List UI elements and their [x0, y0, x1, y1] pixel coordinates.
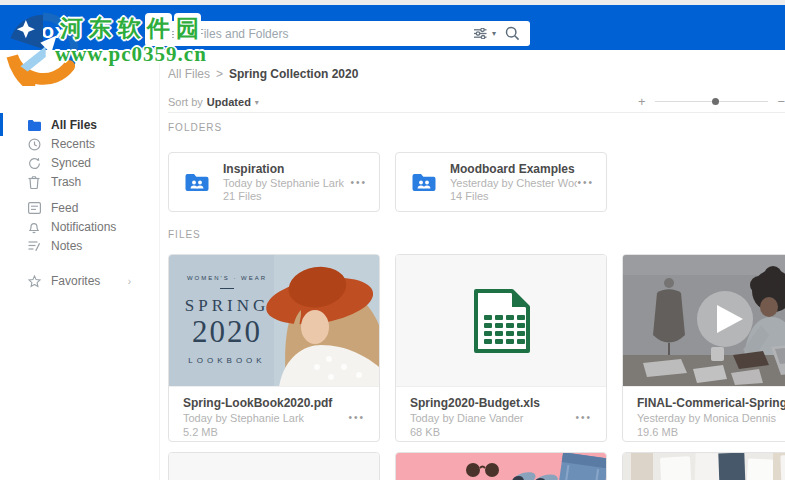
file-card-row2-1[interactable] [168, 452, 380, 480]
breadcrumb: All Files > Spring Collection 2020 [168, 67, 358, 81]
search-bar[interactable]: ▾ [145, 21, 530, 46]
file-size: 19.6 MB [637, 426, 785, 438]
filter-sliders-icon[interactable] [474, 28, 487, 39]
sidebar-item-feed[interactable]: Feed [0, 198, 159, 218]
file-meta: Today by Diane Vander [410, 412, 560, 424]
file-card-row2-2[interactable] [395, 452, 607, 480]
folder-meta: Today by Stephanie Lark [223, 177, 350, 189]
sort-control[interactable]: Sort by Updated ▾ [168, 96, 259, 108]
app-window: box ▾ [0, 0, 785, 480]
chevron-down-icon[interactable]: ▾ [492, 30, 496, 38]
sidebar-item-label: All Files [51, 118, 97, 132]
file-size: 68 KB [410, 426, 592, 438]
file-name: Spring2020-Budget.xls [410, 396, 592, 410]
trash-icon [27, 175, 41, 189]
sync-icon [27, 156, 41, 170]
sidebar-item-recents[interactable]: Recents [0, 134, 159, 154]
file-size: 5.2 MB [183, 426, 365, 438]
feed-icon [27, 201, 41, 215]
sidebar-item-label: Synced [51, 156, 91, 170]
folders-section-label: FOLDERS [168, 122, 222, 133]
sidebar-item-label: Favorites [51, 274, 100, 288]
breadcrumb-root[interactable]: All Files [168, 67, 210, 81]
sidebar-item-label: Recents [51, 137, 95, 151]
bell-icon [27, 220, 41, 234]
breadcrumb-separator: > [216, 67, 223, 81]
more-options-icon[interactable]: ••• [350, 177, 367, 188]
zoom-slider-handle[interactable] [712, 98, 719, 105]
file-name: Spring-LookBook2020.pdf [183, 396, 365, 410]
folder-name: Moodboard Examples [450, 162, 577, 176]
folder-icon [27, 118, 41, 132]
sort-label: Sort by [168, 96, 203, 108]
more-options-icon[interactable]: ••• [577, 177, 594, 188]
sidebar-item-trash[interactable]: Trash [0, 172, 159, 192]
sketch-wall-photo [623, 453, 785, 480]
header-divider [168, 112, 785, 113]
video-still-thumbnail [623, 255, 785, 387]
sidebar-item-favorites[interactable]: Favorites › [0, 271, 159, 291]
zoom-in-button[interactable]: + [638, 95, 646, 108]
search-input[interactable] [145, 27, 474, 41]
file-card-final-commercial-mp4[interactable]: FINAL-Commerical-Spring2020.mp4 Yesterda… [622, 254, 785, 442]
file-name: FINAL-Commerical-Spring2020.mp4 [637, 396, 785, 410]
thumbnail-zoom-slider: + − [638, 94, 785, 108]
folder-count: 14 Files [450, 190, 577, 202]
blank-thumbnail [169, 453, 379, 480]
sidebar-item-synced[interactable]: Synced [0, 153, 159, 173]
lookbook-cover-photo: WOMEN'S · WEAR SPRING 2020 LOOKBOOK [169, 255, 379, 387]
sidebar-item-all-files[interactable]: All Files [0, 115, 159, 135]
more-options-icon[interactable]: ••• [348, 412, 365, 423]
sidebar-item-label: Notifications [51, 220, 116, 234]
zoom-out-button[interactable]: − [777, 95, 785, 108]
file-meta: Yesterday by Monica Dennis [637, 412, 785, 424]
more-options-icon[interactable]: ••• [575, 412, 592, 423]
folder-name: Inspiration [223, 162, 350, 176]
pink-fashion-flatlay-photo [396, 453, 606, 480]
files-section-label: FILES [168, 229, 201, 240]
sidebar: All Files Recents Synced Trash Feed [0, 50, 160, 480]
file-meta: Today by Stephanie Lark [183, 412, 333, 424]
sidebar-item-label: Notes [51, 239, 82, 253]
topbar: box ▾ [0, 5, 785, 50]
spreadsheet-icon-thumbnail [396, 255, 606, 387]
collab-folder-icon [184, 172, 210, 193]
notes-icon [27, 239, 41, 253]
sidebar-item-notifications[interactable]: Notifications [0, 217, 159, 237]
sidebar-item-label: Feed [51, 201, 78, 215]
file-card-spring-budget-xls[interactable]: Spring2020-Budget.xls Today by Diane Van… [395, 254, 607, 442]
breadcrumb-current: Spring Collection 2020 [229, 67, 358, 81]
file-card-row2-3[interactable] [622, 452, 785, 480]
sidebar-item-label: Trash [51, 175, 81, 189]
chevron-right-icon[interactable]: › [128, 276, 131, 287]
folder-card-inspiration[interactable]: Inspiration Today by Stephanie Lark 21 F… [168, 152, 380, 212]
file-card-spring-lookbook-pdf[interactable]: WOMEN'S · WEAR SPRING 2020 LOOKBOOK Spri… [168, 254, 380, 442]
folder-count: 21 Files [223, 190, 350, 202]
folder-meta: Yesterday by Chester Wood [450, 177, 577, 189]
star-icon [27, 274, 41, 288]
box-logo: box [28, 19, 67, 43]
sidebar-item-notes[interactable]: Notes [0, 236, 159, 256]
search-icon[interactable] [505, 26, 520, 41]
folder-card-moodboard-examples[interactable]: Moodboard Examples Yesterday by Chester … [395, 152, 607, 212]
sort-value[interactable]: Updated [207, 96, 251, 108]
spreadsheet-icon [476, 291, 528, 351]
chevron-down-icon[interactable]: ▾ [255, 98, 259, 107]
collab-folder-icon [411, 172, 437, 193]
clock-icon [27, 137, 41, 151]
zoom-slider-track[interactable] [655, 101, 769, 102]
